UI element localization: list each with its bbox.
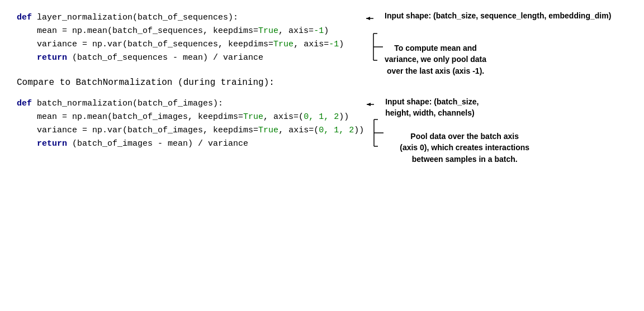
svg-marker-1 — [366, 17, 370, 20]
input-shape-label-1: Input shape: (batch_size, sequence_lengt… — [385, 10, 611, 21]
code-line-7: variance = np.var(batch_of_images, keepd… — [17, 124, 364, 137]
code-block-1: def layer_normalization(batch_of_sequenc… — [17, 11, 363, 65]
svg-marker-7 — [367, 103, 371, 106]
compare-text: Compare to BatchNormalization (during tr… — [17, 78, 627, 88]
section2-row: def batch_normalization(batch_of_images)… — [17, 97, 627, 151]
pool-label: Pool data over the batch axis(axis 0), w… — [370, 131, 560, 165]
code-line-2: mean = np.mean(batch_of_sequences, keepd… — [17, 25, 363, 38]
code-line-5: def batch_normalization(batch_of_images)… — [17, 97, 364, 111]
section1-row: def layer_normalization(batch_of_sequenc… — [17, 11, 627, 65]
code-block-2: def batch_normalization(batch_of_images)… — [17, 97, 364, 151]
mean-variance-note: To compute mean andvariance, we only poo… — [385, 42, 486, 76]
input-shape-label-2: Input shape: (batch_size,height, width, … — [385, 96, 479, 119]
code-line-6: mean = np.mean(batch_of_images, keepdims… — [17, 111, 364, 124]
code-line-4: return (batch_of_sequences - mean) / var… — [17, 51, 363, 65]
code-line-1: def layer_normalization(batch_of_sequenc… — [17, 11, 363, 25]
main-container: def layer_normalization(batch_of_sequenc… — [17, 11, 627, 151]
section1-code: def layer_normalization(batch_of_sequenc… — [17, 11, 363, 65]
code-line-8: return (batch_of_images - mean) / varian… — [17, 137, 364, 151]
section2-code: def batch_normalization(batch_of_images)… — [17, 97, 364, 151]
code-line-3: variance = np.var(batch_of_sequences, ke… — [17, 38, 363, 51]
